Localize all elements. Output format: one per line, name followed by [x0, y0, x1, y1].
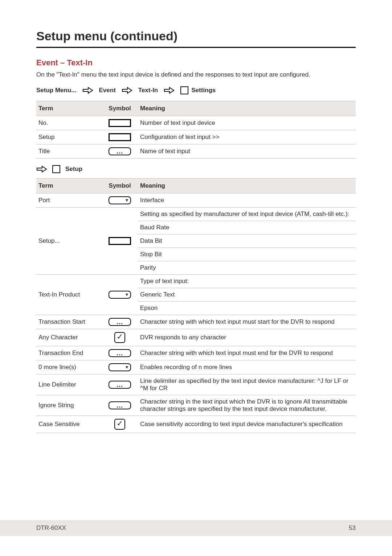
- header-meaning: Meaning: [138, 101, 356, 116]
- table-row: Line Delimiter Line delimiter as specifi…: [36, 375, 356, 395]
- table-row: Title Name of text input: [36, 144, 356, 159]
- footer-page-number: 53: [349, 524, 356, 532]
- term-cell: Setup...: [36, 208, 102, 275]
- arrow-icon: [82, 86, 93, 94]
- table-row: Setup... Setting as specified by manufac…: [36, 208, 356, 275]
- table-row: Any Character DVR responds to any charac…: [36, 329, 356, 346]
- term-cell: Port: [36, 193, 102, 208]
- rect-icon: [109, 119, 131, 127]
- header-term: Term: [36, 179, 102, 193]
- meaning-cell: Baud Rate: [138, 221, 356, 234]
- dots-field-icon: [109, 381, 131, 389]
- setup-sublabel: Setup: [65, 165, 82, 173]
- box-icon: [52, 165, 60, 173]
- dots-field-icon: [109, 318, 131, 326]
- dropdown-icon: [109, 196, 131, 204]
- meaning-cell: Line delimiter as specified by the text …: [138, 375, 356, 395]
- meaning-cell: Data Bit: [138, 234, 356, 248]
- symbol-cell: [102, 329, 138, 346]
- dots-field-icon: [109, 147, 131, 155]
- header-symbol: Symbol: [102, 101, 138, 116]
- header-term: Term: [36, 101, 102, 116]
- symbol-cell: [102, 275, 138, 315]
- table-row: Port Interface: [36, 193, 356, 208]
- header-meaning: Meaning: [138, 179, 356, 193]
- setup-subpath: Setup: [36, 165, 356, 173]
- checkbox-icon: [114, 419, 125, 430]
- breadcrumb: Setup Menu... Event Text-In Settings: [36, 86, 356, 94]
- arrow-icon: [36, 165, 47, 173]
- symbol-cell: [102, 375, 138, 395]
- meaning-cell: Character string in the text input which…: [138, 395, 356, 416]
- term-cell: 0 more line(s): [36, 360, 102, 375]
- term-cell: Title: [36, 144, 102, 159]
- symbol-cell: [102, 208, 138, 275]
- table-row: Transaction End Character string with wh…: [36, 346, 356, 360]
- dropdown-icon: [109, 291, 131, 299]
- meaning-cell: Epson: [138, 302, 356, 315]
- meaning-cell: Case sensitivity according to text input…: [138, 416, 356, 433]
- symbol-cell: [102, 130, 138, 144]
- settings-table-2: Term Symbol Meaning Port Interface Setup…: [36, 178, 356, 433]
- header-symbol: Symbol: [102, 179, 138, 193]
- table-row: No. Number of text input device: [36, 116, 356, 130]
- meaning-cell: Setting as specified by manufacturer of …: [138, 208, 356, 221]
- table-row: 0 more line(s) Enables recording of n mo…: [36, 360, 356, 375]
- arrow-icon: [164, 86, 175, 94]
- symbol-cell: [102, 116, 138, 130]
- symbol-cell: [102, 144, 138, 159]
- meaning-cell: Name of text input: [138, 144, 356, 159]
- box-icon: [180, 86, 188, 94]
- table-row: Ignore String Character string in the te…: [36, 395, 356, 416]
- symbol-cell: [102, 315, 138, 329]
- term-cell: Case Sensitive: [36, 416, 102, 433]
- meaning-cell: Configuration of text input >>: [138, 130, 356, 144]
- term-cell: Any Character: [36, 329, 102, 346]
- meaning-cell: Interface: [138, 193, 356, 208]
- crumb-event: Event: [99, 87, 116, 94]
- term-cell: Transaction End: [36, 346, 102, 360]
- crumb-text-in: Text-In: [138, 87, 158, 94]
- term-cell: No.: [36, 116, 102, 130]
- term-cell: Line Delimiter: [36, 375, 102, 395]
- symbol-cell: [102, 395, 138, 416]
- page-title: Setup menu (continued): [36, 29, 356, 48]
- table-row: Transaction Start Character string with …: [36, 315, 356, 329]
- dropdown-icon: [109, 363, 131, 371]
- checkbox-icon: [114, 332, 125, 343]
- symbol-cell: [102, 193, 138, 208]
- meaning-cell: Number of text input device: [138, 116, 356, 130]
- meaning-cell: Character string with which text input m…: [138, 315, 356, 329]
- rect-icon: [109, 237, 131, 245]
- meaning-cell: Character string with which text input m…: [138, 346, 356, 360]
- dots-field-icon: [109, 349, 131, 357]
- symbol-cell: [102, 360, 138, 375]
- arrow-icon: [122, 86, 132, 94]
- meaning-nested: Setting as specified by manufacturer of …: [138, 208, 356, 275]
- meaning-cell: DVR responds to any character: [138, 329, 356, 346]
- term-cell: Setup: [36, 130, 102, 144]
- term-cell: Transaction Start: [36, 315, 102, 329]
- crumb-setup-menu: Setup Menu...: [36, 87, 77, 94]
- meaning-cell: Enables recording of n more lines: [138, 360, 356, 375]
- symbol-cell: [102, 416, 138, 433]
- crumb-settings-label: Settings: [191, 87, 216, 94]
- meaning-nested: Type of text input: Generic Text Epson: [138, 275, 356, 315]
- table-row: Case Sensitive Case sensitivity accordin…: [36, 416, 356, 433]
- rect-icon: [109, 133, 131, 141]
- meaning-cell: Generic Text: [138, 288, 356, 302]
- symbol-cell: [102, 346, 138, 360]
- meaning-cell: Stop Bit: [138, 248, 356, 261]
- table-row: Text-In Product Type of text input: Gene…: [36, 275, 356, 315]
- meaning-cell: Parity: [138, 261, 356, 275]
- settings-table-1: Term Symbol Meaning No. Number of text i…: [36, 101, 356, 159]
- term-cell: Ignore String: [36, 395, 102, 416]
- term-cell: Text-In Product: [36, 275, 102, 315]
- section-title: Event – Text-In: [36, 58, 356, 68]
- table-row: Setup Configuration of text input >>: [36, 130, 356, 144]
- page-footer: DTR-60XX 53: [0, 520, 392, 536]
- crumb-settings: Settings: [180, 86, 216, 94]
- dots-field-icon: [109, 401, 131, 409]
- meaning-cell: Type of text input:: [138, 275, 356, 288]
- footer-model: DTR-60XX: [36, 524, 66, 532]
